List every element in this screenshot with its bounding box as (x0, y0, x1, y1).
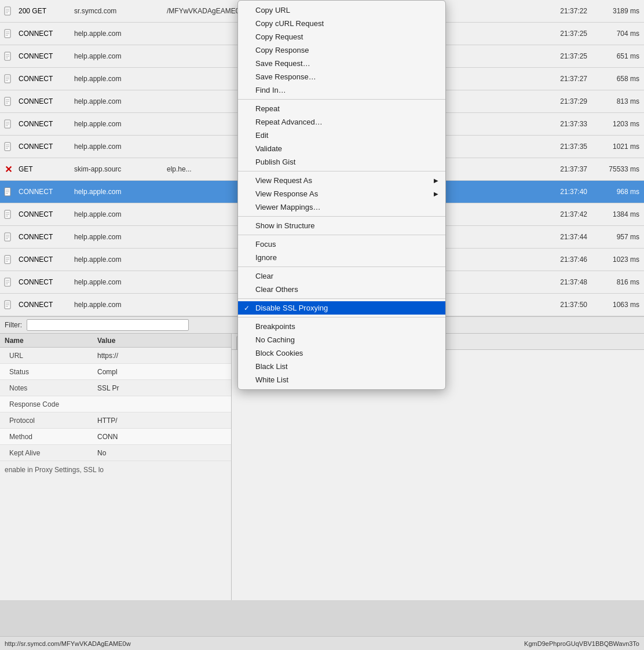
prop-name: Notes (0, 384, 93, 392)
menu-item[interactable]: No Caching (238, 333, 445, 346)
prop-name: Response Code (0, 400, 93, 408)
row-time: 21:37:40 (540, 188, 592, 196)
doc-icon (0, 52, 16, 61)
row-host: help.apple.com (74, 278, 167, 286)
status-right: KgmD9ePhproGUqVBV1BBQBWavn3To (524, 640, 639, 647)
row-time: 21:37:33 (540, 120, 592, 128)
properties-panel: Name Value URLhttps://StatusComplNotesSS… (0, 334, 232, 600)
menu-item[interactable]: Breakpoints (238, 320, 445, 333)
menu-item[interactable]: View Request As (238, 174, 445, 187)
filter-label: Filter: (5, 321, 22, 329)
row-host: help.apple.com (74, 143, 167, 151)
name-col-header: Name (0, 337, 93, 345)
menu-item[interactable]: White List (238, 373, 445, 386)
menu-item[interactable]: Block Cookies (238, 346, 445, 360)
row-host: help.apple.com (74, 210, 167, 218)
filter-input[interactable] (27, 319, 189, 331)
menu-item[interactable]: Copy Request (238, 30, 445, 43)
menu-item[interactable]: Black List (238, 360, 445, 373)
row-duration: 957 ms (592, 233, 644, 241)
row-duration: 1063 ms (592, 301, 644, 309)
row-duration: 1384 ms (592, 210, 644, 218)
row-host: help.apple.com (74, 97, 167, 105)
row-time: 21:37:48 (540, 278, 592, 286)
menu-item[interactable]: Ignore (238, 251, 445, 264)
props-row: ProtocolHTTP/ (0, 412, 231, 429)
row-host: help.apple.com (74, 120, 167, 128)
row-duration: 1203 ms (592, 120, 644, 128)
menu-item[interactable]: Viewer Mappings… (238, 200, 445, 214)
doc-icon (0, 142, 16, 151)
menu-item[interactable]: Copy Response (238, 43, 445, 57)
row-host: help.apple.com (74, 233, 167, 241)
doc-icon (0, 300, 16, 309)
doc-icon (0, 187, 16, 196)
menu-item[interactable]: View Response As (238, 187, 445, 200)
menu-item[interactable]: Save Request… (238, 57, 445, 70)
prop-name: Status (0, 368, 93, 376)
row-method: 200 GET (16, 7, 74, 15)
row-method: CONNECT (16, 255, 74, 264)
menu-item[interactable]: Repeat (238, 102, 445, 115)
menu-item[interactable]: Show in Structure (238, 219, 445, 232)
menu-item[interactable]: Disable SSL Proxying (238, 301, 445, 315)
row-method: CONNECT (16, 143, 74, 151)
prop-value: Compl (93, 368, 231, 376)
row-method: CONNECT (16, 301, 74, 309)
doc-icon (0, 6, 16, 16)
row-host: help.apple.com (74, 30, 167, 38)
menu-item[interactable]: Save Response… (238, 70, 445, 83)
row-time: 21:37:50 (540, 301, 592, 309)
row-time: 21:37:29 (540, 97, 592, 105)
menu-item[interactable]: Clear Others (238, 283, 445, 296)
row-method: CONNECT (16, 97, 74, 105)
status-bar: http://sr.symcd.com/MFYwVKADAgEAME0w Kgm… (0, 636, 644, 650)
menu-item[interactable]: Repeat Advanced… (238, 115, 445, 129)
menu-item[interactable]: Copy URL (238, 3, 445, 17)
row-duration: 813 ms (592, 97, 644, 105)
row-method: CONNECT (16, 75, 74, 83)
row-method: CONNECT (16, 278, 74, 286)
menu-item[interactable]: Validate (238, 142, 445, 155)
row-time: 21:37:25 (540, 52, 592, 60)
prop-name: URL (0, 352, 93, 360)
row-method: GET (16, 165, 74, 173)
row-duration: 968 ms (592, 188, 644, 196)
row-method: CONNECT (16, 210, 74, 218)
props-row: Kept AliveNo (0, 445, 231, 461)
error-icon: ✕ (0, 164, 16, 175)
row-time: 21:37:46 (540, 255, 592, 264)
props-row: NotesSSL Pr (0, 380, 231, 396)
row-duration: 658 ms (592, 75, 644, 83)
row-duration: 704 ms (592, 30, 644, 38)
row-duration: 75533 ms (592, 165, 644, 173)
row-duration: 3189 ms (592, 7, 644, 15)
row-host: help.apple.com (74, 255, 167, 264)
row-time: 21:37:22 (540, 7, 592, 15)
row-host: help.apple.com (74, 301, 167, 309)
row-method: CONNECT (16, 30, 74, 38)
menu-separator (238, 171, 445, 171)
menu-item[interactable]: Copy cURL Request (238, 17, 445, 30)
menu-item[interactable]: Edit (238, 129, 445, 142)
props-row: MethodCONN (0, 429, 231, 445)
menu-separator (238, 235, 445, 235)
prop-name: Kept Alive (0, 449, 93, 457)
props-row: URLhttps:// (0, 348, 231, 364)
notes-content: enable in Proxy Settings, SSL lo (0, 461, 231, 479)
row-time: 21:37:37 (540, 165, 592, 173)
menu-item[interactable]: Focus (238, 238, 445, 251)
props-header: Name Value (0, 334, 231, 348)
menu-item[interactable]: Find In… (238, 83, 445, 97)
menu-item[interactable]: Clear (238, 269, 445, 283)
row-method: CONNECT (16, 233, 74, 241)
doc-icon (0, 255, 16, 264)
menu-item[interactable]: Publish Gist (238, 155, 445, 169)
row-method: CONNECT (16, 52, 74, 60)
doc-icon (0, 232, 16, 242)
prop-value: HTTP/ (93, 417, 231, 425)
row-method: CONNECT (16, 188, 74, 196)
menu-separator (238, 266, 445, 267)
row-time: 21:37:25 (540, 30, 592, 38)
value-col-header: Value (93, 337, 231, 345)
